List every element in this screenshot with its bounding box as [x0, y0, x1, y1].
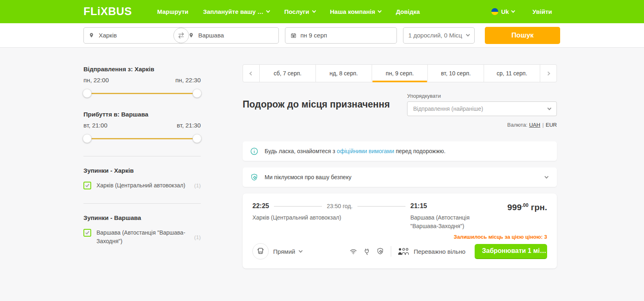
departure-time-filter: Відправлення з: Харків пн, 22:00 пн, 22:…: [83, 66, 201, 98]
sort-value: Відправлення (найраніше): [413, 105, 483, 112]
date-value: пн 9 серп: [300, 32, 327, 39]
safety-banner[interactable]: Ми піклуємося про вашу безпеку: [243, 167, 557, 187]
arrival-time-filter: Прибуття в: Варшава вт, 21:00 вт, 21:30: [83, 111, 201, 143]
divider: [83, 203, 201, 204]
range-end-label: вт, 21:30: [177, 122, 201, 129]
filter-title: Відправлення з: Харків: [83, 66, 201, 73]
departure-stop-name: Харків (Центральний автовокзал): [252, 213, 410, 222]
official-requirements-banner: Будь ласка, ознайомтеся з офіційними вим…: [243, 141, 557, 161]
arrival-block: 21:15 Варшава (Автостанція "Варшава-Захо…: [410, 202, 498, 231]
occupancy-icon: [398, 247, 409, 255]
chevron-down-icon: [266, 9, 270, 13]
results-main: сб, 7 серп. нд, 8 серп. пн, 9 серп. вт, …: [243, 64, 557, 301]
banner-text: Будь ласка, ознайомтеся з офіційними вим…: [265, 148, 445, 154]
connection-type-dropdown[interactable]: Прямий: [273, 248, 302, 255]
login-button[interactable]: Увійти: [532, 8, 552, 15]
slider-handle-min[interactable]: [83, 134, 92, 143]
price-currency: грн.: [531, 202, 547, 212]
expand-safety-button[interactable]: [545, 177, 550, 178]
swap-direction-button[interactable]: [173, 28, 189, 43]
calendar-icon: [290, 32, 297, 39]
slider-handle-max[interactable]: [193, 89, 202, 98]
nav-item-company[interactable]: Наша компанія: [330, 8, 381, 15]
filter-title: Зупинки - Варшава: [83, 214, 201, 221]
chevron-down-icon: [548, 106, 552, 110]
route-line: [357, 206, 405, 207]
chevron-down-icon: [466, 33, 470, 37]
currency-label: Валюта:: [507, 122, 528, 128]
arrival-time: 21:15: [410, 202, 498, 210]
trip-price: 999.00 грн.: [498, 202, 547, 212]
next-day-button[interactable]: [540, 65, 556, 82]
nav-item-help[interactable]: Довідка: [396, 8, 420, 15]
arrival-stop-name: Варшава (Автостанція "Варшава-Заходня"): [410, 213, 479, 231]
filter-title: Зупинки - Харків: [83, 167, 201, 174]
chevron-right-icon: [546, 71, 550, 75]
slider-handle-min[interactable]: [83, 89, 92, 98]
nav-item-label: Заплануйте вашу …: [203, 8, 264, 15]
passengers-field[interactable]: 1 дорослий, 0 Місц…: [403, 27, 475, 44]
stop-count: (1): [194, 234, 201, 240]
date-tab-sun-8[interactable]: нд, 8 серп.: [315, 65, 372, 82]
sort-label: Упорядкувати: [407, 93, 557, 99]
wifi-icon: [349, 247, 357, 255]
chevron-down-icon: [511, 9, 515, 13]
slider-track: [87, 138, 197, 139]
chevron-down-icon: [299, 248, 303, 253]
stops-departure-filter: Зупинки - Харків Харків (Центральний авт…: [83, 167, 201, 190]
location-pin-icon: [188, 32, 194, 38]
info-icon: [250, 147, 258, 156]
page-title: Подорож до місця призначення: [243, 99, 390, 110]
date-tab-wed-11[interactable]: ср, 11 серп.: [484, 65, 540, 82]
passengers-value: 1 дорослий, 0 Місц…: [408, 32, 463, 39]
shield-virus-icon: [376, 247, 384, 255]
checkbox-checked[interactable]: [83, 229, 91, 237]
currency-option-eur[interactable]: EUR: [546, 122, 557, 128]
stop-label: Харків (Центральний автовокзал): [96, 181, 189, 190]
divider: [83, 156, 201, 156]
nav-item-label: Наша компанія: [330, 8, 375, 15]
destination-input[interactable]: [197, 31, 274, 39]
stop-checkbox-row[interactable]: Харків (Центральний автовокзал) (1): [83, 181, 201, 190]
nav-item-label: Довідка: [396, 8, 420, 15]
filters-sidebar: Відправлення з: Харків пн, 22:00 пн, 22:…: [83, 66, 201, 301]
nav-item-routes[interactable]: Маршрути: [157, 8, 188, 15]
date-tab-tue-10[interactable]: вт, 10 серп.: [427, 65, 484, 82]
origin-input[interactable]: [98, 31, 174, 39]
search-button[interactable]: Пошук: [485, 27, 560, 44]
departure-time-slider: [83, 89, 201, 98]
occupancy-info: Переважно вільно: [398, 247, 465, 255]
date-field[interactable]: пн 9 серп: [285, 27, 397, 44]
nav-item-plan-trip[interactable]: Заплануйте вашу …: [203, 8, 270, 15]
destination-cell: [179, 28, 279, 43]
range-start-label: вт, 21:00: [83, 122, 107, 129]
filter-title: Прибуття в: Варшава: [83, 111, 201, 118]
official-requirements-link[interactable]: офіційними вимогами: [337, 148, 394, 154]
checkbox-check-icon: [85, 183, 90, 187]
range-start-label: пн, 22:00: [83, 77, 109, 83]
flixbus-logo[interactable]: FLiXBUS: [83, 5, 132, 18]
book-button[interactable]: Забронювати 1 мі…: [475, 244, 547, 259]
date-tab-sat-7[interactable]: сб, 7 серп.: [259, 65, 315, 82]
connection-type-label: Прямий: [273, 248, 295, 255]
language-selector[interactable]: Uk: [491, 8, 515, 15]
slider-track: [87, 93, 197, 94]
trip-duration: 23:50 год.: [327, 203, 353, 209]
prev-day-button[interactable]: [243, 65, 259, 82]
search-band: пн 9 серп 1 дорослий, 0 Місц… Пошук: [0, 23, 644, 48]
currency-option-uah[interactable]: UAH: [529, 122, 540, 128]
main-nav: Маршрути Заплануйте вашу … Послуги Наша …: [157, 8, 420, 15]
chevron-down-icon: [378, 9, 382, 13]
banner-text-after: перед подорожжю.: [394, 148, 445, 154]
nav-item-services[interactable]: Послуги: [284, 8, 315, 15]
stop-checkbox-row[interactable]: Варшава (Автостанція "Варшава-Заходня") …: [83, 228, 201, 246]
origin-cell: [84, 28, 179, 43]
date-tab-mon-9-active[interactable]: пн, 9 серп.: [372, 65, 428, 82]
divider: [391, 246, 391, 257]
checkbox-check-icon: [85, 230, 90, 234]
nav-item-label: Маршрути: [157, 8, 188, 15]
checkbox-checked[interactable]: [83, 182, 91, 189]
sort-select[interactable]: Відправлення (найраніше): [407, 101, 557, 116]
slider-handle-max[interactable]: [193, 134, 202, 143]
transport-type-badge: [252, 243, 269, 259]
